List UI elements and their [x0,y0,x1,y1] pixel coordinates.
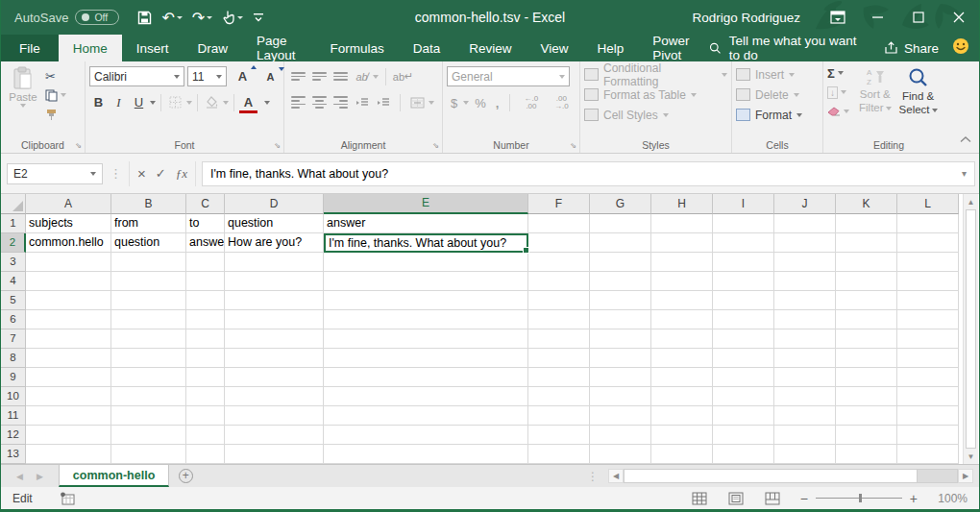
column-header-C[interactable]: C [186,194,225,214]
cell-A2[interactable]: common.hello [26,233,111,253]
cell-J11[interactable] [774,406,836,426]
column-header-I[interactable]: I [713,194,774,214]
cell-F5[interactable] [528,291,590,310]
cell-D6[interactable] [225,310,324,329]
cell-L1[interactable] [897,214,959,233]
cell-G5[interactable] [590,291,651,310]
bold-button[interactable]: B [89,93,108,111]
cell-L12[interactable] [897,426,959,445]
wrap-text-icon[interactable]: ab↵ [393,67,413,85]
cell-K1[interactable] [836,214,897,233]
cell-B2[interactable]: question [111,233,186,253]
ribbon-display-options-icon[interactable] [818,0,858,35]
cell-F2[interactable] [528,233,590,253]
orientation-icon[interactable]: ab̸ [352,67,372,85]
cell-L9[interactable] [897,368,959,387]
cell-G12[interactable] [590,426,651,445]
close-icon[interactable] [939,0,979,35]
percent-style-button[interactable]: % [471,96,490,110]
cut-button[interactable]: ✂ [45,68,66,84]
cell-C12[interactable] [186,426,225,445]
cell-C9[interactable] [186,368,225,387]
tell-me-box[interactable]: Tell me what you want to do [709,34,870,62]
cell-C4[interactable] [186,272,225,291]
cell-styles-button[interactable]: Cell Styles [584,105,727,125]
cell-K4[interactable] [836,272,897,291]
cell-I6[interactable] [713,310,774,329]
cell-D3[interactable] [225,253,324,272]
cell-F3[interactable] [528,253,590,272]
cell-C5[interactable] [186,291,225,310]
fill-color-dropdown-icon[interactable] [223,101,229,105]
column-header-H[interactable]: H [651,194,713,214]
undo-button[interactable]: ↶ [159,7,184,29]
decrease-indent-icon[interactable] [352,93,372,111]
normal-view-icon[interactable] [681,488,718,509]
clear-button[interactable] [827,103,849,120]
cell-B9[interactable] [111,368,186,387]
column-header-K[interactable]: K [836,194,897,214]
cell-E3[interactable] [324,253,528,272]
cell-B3[interactable] [111,253,186,272]
cell-J1[interactable] [774,214,836,233]
touch-mouse-mode-icon[interactable] [219,8,246,27]
row-header-4[interactable]: 4 [1,272,26,291]
customize-quick-access-icon[interactable] [250,10,267,25]
formula-input[interactable]: I'm fine, thanks. What about you? ▾ [202,161,975,186]
sheet-tab-common-hello[interactable]: common-hello [59,465,169,487]
merge-center-icon[interactable] [407,93,428,111]
cell-G8[interactable] [590,349,651,368]
insert-cells-button[interactable]: Insert [736,64,819,85]
cell-K5[interactable] [836,291,897,310]
row-header-10[interactable]: 10 [1,387,26,406]
cell-K8[interactable] [836,349,897,368]
column-header-L[interactable]: L [897,194,959,214]
font-name-select[interactable]: Calibri [89,66,184,86]
cell-E10[interactable] [324,387,528,406]
macro-recording-icon[interactable] [60,492,75,505]
cell-G10[interactable] [590,387,651,406]
cell-D13[interactable] [225,445,324,464]
cell-I2[interactable] [713,233,774,253]
cell-B11[interactable] [111,406,186,426]
cell-B12[interactable] [111,426,186,445]
cell-G2[interactable] [590,233,651,253]
cell-C2[interactable]: answer [186,233,225,253]
cell-A4[interactable] [26,272,111,291]
cell-H13[interactable] [651,445,713,464]
cell-D8[interactable] [225,349,324,368]
format-as-table-button[interactable]: Format as Table [584,85,727,105]
autosum-button[interactable]: Σ [827,64,849,82]
formula-bar-splitter[interactable]: ⋮ [110,166,122,181]
tab-file[interactable]: File [1,35,59,61]
font-dialog-launcher-icon[interactable]: ⇘ [274,141,281,150]
cell-E4[interactable] [324,272,528,291]
cell-E5[interactable] [324,291,528,310]
tab-draw[interactable]: Draw [184,35,243,61]
cell-F7[interactable] [528,329,590,349]
zoom-in-icon[interactable]: + [910,491,918,506]
vertical-scrollbar[interactable]: ▲ ▼ [963,194,978,464]
copy-dropdown-icon[interactable] [61,93,66,97]
cell-A8[interactable] [26,349,111,368]
cell-I7[interactable] [713,329,774,349]
cell-I9[interactable] [713,368,774,387]
number-dialog-launcher-icon[interactable]: ⇘ [570,141,576,150]
cell-J7[interactable] [774,329,836,349]
font-color-dropdown-icon[interactable] [264,101,270,105]
cell-B4[interactable] [111,272,186,291]
row-header-7[interactable]: 7 [1,329,26,349]
feedback-smiley-icon[interactable] [952,37,969,59]
cell-H11[interactable] [651,406,713,426]
cell-E9[interactable] [324,368,528,387]
tab-splitter-handle[interactable]: ⋮ [587,470,599,483]
horizontal-scrollbar[interactable] [624,469,958,483]
conditional-formatting-button[interactable]: Conditional Formatting [584,64,727,85]
cell-B7[interactable] [111,329,186,349]
zoom-level[interactable]: 100% [927,492,968,505]
borders-icon[interactable] [166,93,184,111]
zoom-slider[interactable] [816,498,902,499]
column-header-J[interactable]: J [774,194,836,214]
cell-H2[interactable] [651,233,713,253]
zoom-out-icon[interactable]: − [800,491,808,506]
